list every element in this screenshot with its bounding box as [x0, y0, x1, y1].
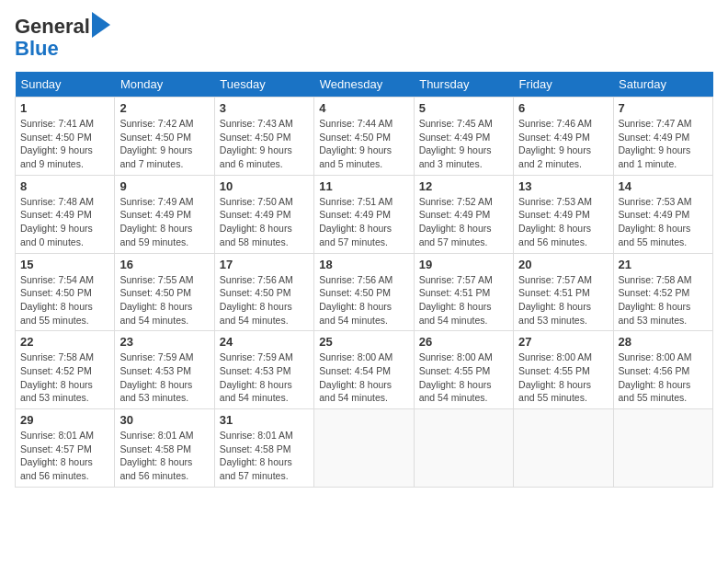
calendar-cell: 16Sunrise: 7:55 AM Sunset: 4:50 PM Dayli… — [115, 253, 214, 331]
day-info: Sunrise: 8:01 AM Sunset: 4:57 PM Dayligh… — [20, 429, 109, 483]
calendar-cell: 8Sunrise: 7:48 AM Sunset: 4:49 PM Daylig… — [16, 175, 115, 253]
day-number: 9 — [119, 179, 209, 193]
day-number: 21 — [619, 258, 708, 271]
day-number: 30 — [119, 413, 209, 427]
day-info: Sunrise: 7:45 AM Sunset: 4:49 PM Dayligh… — [419, 117, 508, 171]
calendar-cell: 5Sunrise: 7:45 AM Sunset: 4:49 PM Daylig… — [414, 98, 513, 176]
day-info: Sunrise: 7:50 AM Sunset: 4:49 PM Dayligh… — [220, 195, 309, 249]
day-info: Sunrise: 7:41 AM Sunset: 4:50 PM Dayligh… — [20, 117, 109, 171]
day-number: 5 — [419, 101, 508, 115]
calendar-cell: 3Sunrise: 7:43 AM Sunset: 4:50 PM Daylig… — [214, 98, 313, 176]
day-number: 16 — [119, 258, 209, 271]
day-info: Sunrise: 7:58 AM Sunset: 4:52 PM Dayligh… — [619, 273, 708, 327]
weekday-header-saturday: Saturday — [613, 72, 712, 98]
calendar-cell: 13Sunrise: 7:53 AM Sunset: 4:49 PM Dayli… — [514, 175, 613, 253]
day-info: Sunrise: 7:43 AM Sunset: 4:50 PM Dayligh… — [220, 117, 309, 171]
calendar-cell — [314, 409, 414, 488]
day-info: Sunrise: 7:49 AM Sunset: 4:49 PM Dayligh… — [119, 195, 209, 249]
day-info: Sunrise: 7:48 AM Sunset: 4:49 PM Dayligh… — [20, 195, 109, 249]
weekday-header-monday: Monday — [115, 72, 214, 98]
logo: General Blue — [15, 15, 110, 61]
calendar-cell: 22Sunrise: 7:58 AM Sunset: 4:52 PM Dayli… — [16, 331, 115, 409]
day-info: Sunrise: 7:46 AM Sunset: 4:49 PM Dayligh… — [518, 117, 608, 171]
day-number: 13 — [518, 179, 608, 193]
day-info: Sunrise: 7:54 AM Sunset: 4:50 PM Dayligh… — [20, 273, 109, 327]
day-info: Sunrise: 7:59 AM Sunset: 4:53 PM Dayligh… — [220, 350, 309, 405]
day-number: 6 — [518, 101, 608, 115]
day-number: 4 — [319, 101, 408, 115]
day-number: 11 — [319, 179, 408, 193]
day-number: 18 — [319, 258, 408, 271]
day-info: Sunrise: 8:00 AM Sunset: 4:55 PM Dayligh… — [419, 350, 508, 405]
day-number: 1 — [20, 101, 109, 115]
day-number: 24 — [220, 335, 309, 349]
calendar-cell: 9Sunrise: 7:49 AM Sunset: 4:49 PM Daylig… — [115, 175, 214, 253]
calendar-cell: 10Sunrise: 7:50 AM Sunset: 4:49 PM Dayli… — [214, 175, 313, 253]
day-info: Sunrise: 7:55 AM Sunset: 4:50 PM Dayligh… — [119, 273, 209, 327]
calendar-cell: 11Sunrise: 7:51 AM Sunset: 4:49 PM Dayli… — [314, 175, 414, 253]
day-number: 28 — [619, 335, 708, 349]
day-number: 26 — [419, 335, 508, 349]
calendar-cell: 12Sunrise: 7:52 AM Sunset: 4:49 PM Dayli… — [414, 175, 513, 253]
calendar-cell: 23Sunrise: 7:59 AM Sunset: 4:53 PM Dayli… — [115, 331, 214, 409]
day-number: 20 — [518, 258, 608, 271]
calendar-table: SundayMondayTuesdayWednesdayThursdayFrid… — [15, 72, 713, 488]
day-info: Sunrise: 7:58 AM Sunset: 4:52 PM Dayligh… — [20, 350, 109, 405]
day-info: Sunrise: 7:56 AM Sunset: 4:50 PM Dayligh… — [220, 273, 309, 327]
calendar-cell: 28Sunrise: 8:00 AM Sunset: 4:56 PM Dayli… — [613, 331, 712, 409]
calendar-cell: 20Sunrise: 7:57 AM Sunset: 4:51 PM Dayli… — [514, 253, 613, 331]
day-number: 14 — [619, 179, 708, 193]
calendar-cell: 26Sunrise: 8:00 AM Sunset: 4:55 PM Dayli… — [414, 331, 513, 409]
day-info: Sunrise: 8:01 AM Sunset: 4:58 PM Dayligh… — [220, 429, 309, 483]
day-info: Sunrise: 8:00 AM Sunset: 4:55 PM Dayligh… — [518, 350, 608, 405]
calendar-cell: 29Sunrise: 8:01 AM Sunset: 4:57 PM Dayli… — [16, 409, 115, 488]
calendar-cell: 15Sunrise: 7:54 AM Sunset: 4:50 PM Dayli… — [16, 253, 115, 331]
calendar-cell: 24Sunrise: 7:59 AM Sunset: 4:53 PM Dayli… — [214, 331, 313, 409]
day-number: 15 — [20, 258, 109, 271]
calendar-cell: 30Sunrise: 8:01 AM Sunset: 4:58 PM Dayli… — [115, 409, 214, 488]
day-number: 19 — [419, 258, 508, 271]
calendar-cell: 19Sunrise: 7:57 AM Sunset: 4:51 PM Dayli… — [414, 253, 513, 331]
calendar-cell: 2Sunrise: 7:42 AM Sunset: 4:50 PM Daylig… — [115, 98, 214, 176]
day-number: 27 — [518, 335, 608, 349]
calendar-cell — [514, 409, 613, 488]
calendar-cell: 6Sunrise: 7:46 AM Sunset: 4:49 PM Daylig… — [514, 98, 613, 176]
calendar-cell: 4Sunrise: 7:44 AM Sunset: 4:50 PM Daylig… — [314, 98, 414, 176]
day-info: Sunrise: 7:59 AM Sunset: 4:53 PM Dayligh… — [119, 350, 209, 405]
day-info: Sunrise: 8:01 AM Sunset: 4:58 PM Dayligh… — [119, 429, 209, 483]
day-number: 25 — [319, 335, 408, 349]
day-number: 2 — [119, 101, 209, 115]
day-info: Sunrise: 7:53 AM Sunset: 4:49 PM Dayligh… — [619, 195, 708, 249]
day-info: Sunrise: 7:52 AM Sunset: 4:49 PM Dayligh… — [419, 195, 508, 249]
day-number: 10 — [220, 179, 309, 193]
day-info: Sunrise: 7:56 AM Sunset: 4:50 PM Dayligh… — [319, 273, 408, 327]
day-info: Sunrise: 7:53 AM Sunset: 4:49 PM Dayligh… — [518, 195, 608, 249]
page-header: General Blue — [15, 15, 713, 61]
calendar-cell: 1Sunrise: 7:41 AM Sunset: 4:50 PM Daylig… — [16, 98, 115, 176]
weekday-header-wednesday: Wednesday — [314, 72, 414, 98]
day-info: Sunrise: 8:00 AM Sunset: 4:56 PM Dayligh… — [619, 350, 708, 405]
day-info: Sunrise: 7:57 AM Sunset: 4:51 PM Dayligh… — [419, 273, 508, 327]
day-info: Sunrise: 7:57 AM Sunset: 4:51 PM Dayligh… — [518, 273, 608, 327]
calendar-cell: 7Sunrise: 7:47 AM Sunset: 4:49 PM Daylig… — [613, 98, 712, 176]
day-number: 17 — [220, 258, 309, 271]
logo-text-general: General — [15, 15, 90, 39]
day-number: 23 — [119, 335, 209, 349]
calendar-cell: 17Sunrise: 7:56 AM Sunset: 4:50 PM Dayli… — [214, 253, 313, 331]
calendar-cell: 31Sunrise: 8:01 AM Sunset: 4:58 PM Dayli… — [214, 409, 313, 488]
day-info: Sunrise: 7:42 AM Sunset: 4:50 PM Dayligh… — [119, 117, 209, 171]
calendar-cell: 27Sunrise: 8:00 AM Sunset: 4:55 PM Dayli… — [514, 331, 613, 409]
weekday-header-sunday: Sunday — [16, 72, 115, 98]
logo-arrow-icon — [92, 12, 110, 38]
day-number: 22 — [20, 335, 109, 349]
calendar-cell — [613, 409, 712, 488]
day-number: 3 — [220, 101, 309, 115]
day-info: Sunrise: 8:00 AM Sunset: 4:54 PM Dayligh… — [319, 350, 408, 405]
day-number: 8 — [20, 179, 109, 193]
calendar-cell: 25Sunrise: 8:00 AM Sunset: 4:54 PM Dayli… — [314, 331, 414, 409]
weekday-header-tuesday: Tuesday — [214, 72, 313, 98]
day-info: Sunrise: 7:44 AM Sunset: 4:50 PM Dayligh… — [319, 117, 408, 171]
calendar-cell: 18Sunrise: 7:56 AM Sunset: 4:50 PM Dayli… — [314, 253, 414, 331]
calendar-cell: 21Sunrise: 7:58 AM Sunset: 4:52 PM Dayli… — [613, 253, 712, 331]
weekday-header-friday: Friday — [514, 72, 613, 98]
